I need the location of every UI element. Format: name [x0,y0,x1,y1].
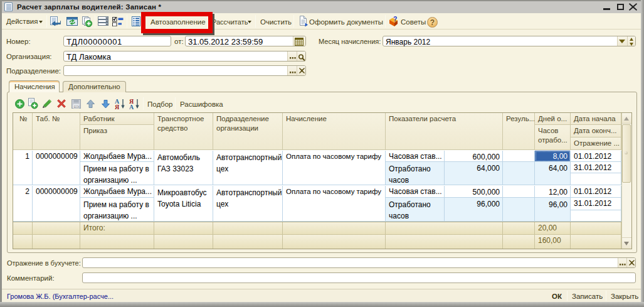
svg-text:А: А [129,104,134,110]
svg-text:?: ? [393,16,397,23]
svg-text:ЕОК: ЕОК [74,105,80,109]
svg-text:Я: Я [115,104,120,110]
